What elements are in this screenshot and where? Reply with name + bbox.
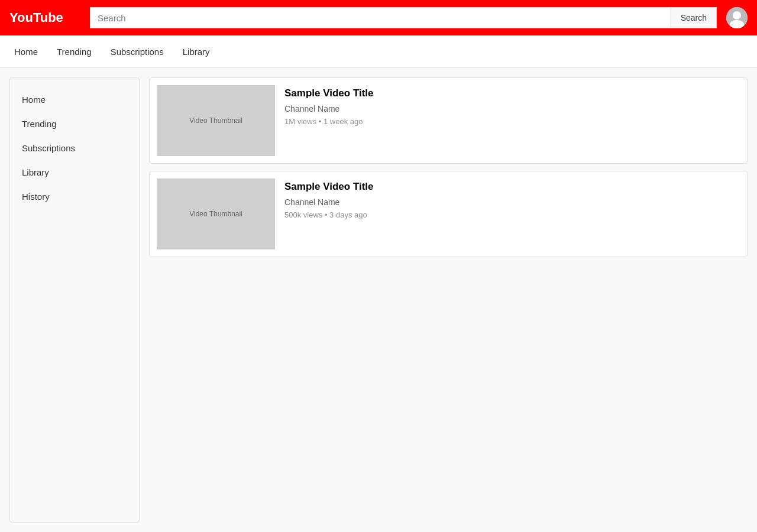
video-channel: Channel Name: [284, 197, 740, 207]
nav-item-subscriptions[interactable]: Subscriptions: [111, 44, 164, 59]
svg-point-1: [733, 11, 741, 20]
video-thumbnail: Video Thumbnail: [157, 179, 275, 249]
video-meta: 1M views • 1 week ago: [284, 117, 740, 126]
sidebar-item-history[interactable]: History: [10, 184, 139, 209]
nav-item-home[interactable]: Home: [14, 44, 38, 59]
search-input[interactable]: [90, 7, 671, 28]
secondary-nav: Home Trending Subscriptions Library: [0, 35, 757, 68]
sidebar-item-library[interactable]: Library: [10, 160, 139, 184]
user-icon: [726, 7, 748, 28]
sidebar: Home Trending Subscriptions Library Hist…: [9, 77, 140, 523]
nav-item-trending[interactable]: Trending: [57, 44, 92, 59]
nav-item-library[interactable]: Library: [183, 44, 210, 59]
search-bar: Search: [90, 7, 717, 28]
youtube-logo[interactable]: YouTube: [9, 10, 80, 25]
sidebar-item-home[interactable]: Home: [10, 87, 139, 112]
video-meta: 500k views • 3 days ago: [284, 210, 740, 219]
search-button[interactable]: Search: [671, 7, 717, 28]
video-thumbnail: Video Thumbnail: [157, 85, 275, 156]
video-channel: Channel Name: [284, 104, 740, 113]
header: YouTube Search: [0, 0, 757, 35]
sidebar-item-subscriptions[interactable]: Subscriptions: [10, 136, 139, 160]
video-title: Sample Video Title: [284, 181, 740, 193]
user-avatar[interactable]: [726, 7, 748, 28]
video-title: Sample Video Title: [284, 87, 740, 99]
video-info: Sample Video Title Channel Name 1M views…: [284, 85, 740, 126]
video-card[interactable]: Video Thumbnail Sample Video Title Chann…: [149, 171, 748, 257]
content-area: Home Trending Subscriptions Library Hist…: [0, 68, 757, 532]
video-card[interactable]: Video Thumbnail Sample Video Title Chann…: [149, 77, 748, 164]
main-content: Video Thumbnail Sample Video Title Chann…: [149, 77, 748, 523]
sidebar-item-trending[interactable]: Trending: [10, 112, 139, 136]
video-info: Sample Video Title Channel Name 500k vie…: [284, 179, 740, 219]
